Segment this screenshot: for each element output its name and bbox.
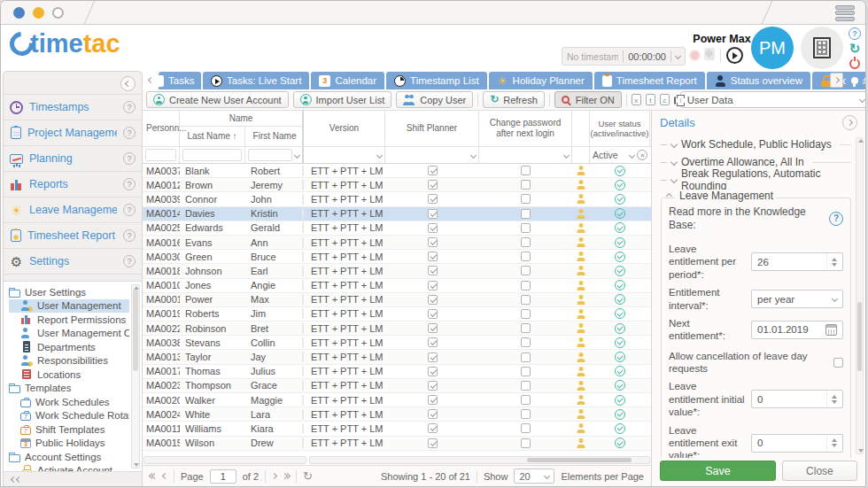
help-icon[interactable] bbox=[123, 127, 136, 139]
tree-item[interactable]: Locations bbox=[9, 368, 129, 382]
first-page-button[interactable] bbox=[150, 474, 157, 478]
tree-item[interactable]: Responsibilities bbox=[9, 354, 129, 368]
help-icon[interactable] bbox=[123, 152, 136, 165]
change-password-checkbox[interactable] bbox=[521, 281, 531, 290]
tab[interactable]: Calendar bbox=[311, 72, 384, 89]
save-button[interactable]: Save bbox=[660, 461, 776, 481]
tabs-scroll-right-button[interactable] bbox=[830, 73, 843, 88]
export-txt-icon[interactable] bbox=[646, 94, 655, 105]
help-icon[interactable] bbox=[123, 229, 136, 242]
per-period-input[interactable]: 26 bbox=[751, 252, 843, 271]
sidebar-nav-item[interactable]: Timestamps bbox=[4, 95, 142, 120]
change-password-checkbox[interactable] bbox=[521, 438, 531, 448]
shift-planner-checkbox[interactable] bbox=[428, 223, 438, 233]
column-last-name[interactable]: Last Name ↑ bbox=[180, 127, 245, 146]
help-icon[interactable] bbox=[123, 255, 136, 267]
shift-planner-checkbox[interactable] bbox=[428, 209, 438, 219]
shift-planner-checkbox[interactable] bbox=[428, 409, 438, 419]
table-row[interactable]: MA0024 White Lara ETT + PTT + LM bbox=[143, 407, 651, 422]
next-entitlement-date-input[interactable]: 01.01.2019 bbox=[751, 321, 843, 339]
sidebar-nav-item[interactable]: Project Management bbox=[4, 120, 142, 146]
change-password-checkbox[interactable] bbox=[521, 409, 531, 419]
table-row[interactable]: MA0001 Power Max ETT + PTT + LM bbox=[143, 293, 651, 307]
personnel-filter[interactable] bbox=[143, 147, 180, 163]
export-csv-icon[interactable] bbox=[660, 94, 670, 105]
column-personnel[interactable]: Personn... bbox=[143, 111, 180, 146]
change-password-checkbox[interactable] bbox=[521, 209, 531, 219]
spinner-buttons[interactable] bbox=[826, 253, 837, 270]
reload-table-icon[interactable] bbox=[303, 469, 313, 483]
sidebar-nav-item[interactable]: Timesheet Report bbox=[4, 223, 142, 249]
sidebar-nav-item[interactable]: Settings bbox=[4, 249, 142, 275]
details-expand-button[interactable] bbox=[842, 115, 857, 130]
organization-avatar[interactable] bbox=[801, 27, 843, 69]
details-section-header[interactable]: Work Schedule, Public Holidays bbox=[661, 136, 851, 153]
tree-item[interactable]: Public Holidays bbox=[9, 437, 129, 451]
view-select[interactable]: User Data bbox=[680, 91, 866, 108]
last-page-button[interactable] bbox=[283, 474, 290, 478]
sidebar-nav-item[interactable]: Leave Management bbox=[4, 198, 142, 223]
print-icon[interactable] bbox=[674, 97, 676, 105]
tree-item[interactable]: Work Schedules bbox=[9, 395, 129, 409]
right-pane-scrollbar[interactable] bbox=[309, 456, 650, 464]
change-password-checkbox[interactable] bbox=[521, 395, 531, 405]
change-password-checkbox[interactable] bbox=[521, 223, 531, 233]
tree-item[interactable]: Activate Account bbox=[9, 464, 129, 472]
change-password-checkbox[interactable] bbox=[521, 367, 531, 376]
tips-button[interactable] bbox=[846, 72, 863, 89]
table-row[interactable]: MA0018 Johnson Earl ETT + PTT + LM bbox=[143, 264, 651, 278]
help-icon[interactable] bbox=[123, 178, 136, 190]
tabs-scroll-left-button[interactable] bbox=[145, 74, 157, 88]
exit-value-input[interactable]: 0 bbox=[751, 434, 843, 453]
shift-planner-checkbox[interactable] bbox=[428, 438, 438, 448]
details-section-header[interactable]: Break Regulations, Automatic Rounding bbox=[661, 171, 851, 189]
change-password-checkbox[interactable] bbox=[521, 352, 531, 362]
column-shift-planner[interactable]: Shift Planner bbox=[385, 111, 479, 146]
refresh-icon[interactable] bbox=[849, 42, 861, 55]
clear-filter-icon[interactable] bbox=[637, 150, 647, 160]
status-filter[interactable]: Active bbox=[590, 147, 650, 163]
tree-item[interactable]: Templates bbox=[9, 382, 129, 396]
spinner-buttons[interactable] bbox=[826, 391, 837, 407]
table-row[interactable]: MA0010 Jones Angie ETT + PTT + LM bbox=[143, 279, 651, 293]
tab[interactable]: Tasks bbox=[159, 72, 201, 89]
tree-scrollbar[interactable] bbox=[131, 284, 140, 469]
shift-planner-checkbox[interactable] bbox=[428, 423, 438, 433]
table-row[interactable]: MA0037 Blank Robert ETT + PTT + LM bbox=[143, 164, 651, 178]
table-row[interactable]: MA0013 Taylor Jay ETT + PTT + LM bbox=[143, 350, 651, 364]
sidebar-collapse-button[interactable] bbox=[120, 76, 136, 91]
table-row[interactable]: MA0011 Williams Kiara ETT + PTT + LM bbox=[143, 422, 651, 436]
change-password-checkbox[interactable] bbox=[521, 237, 531, 247]
create-user-button[interactable]: Create New User Account bbox=[146, 91, 289, 108]
change-password-checkbox[interactable] bbox=[521, 381, 531, 391]
calendar-icon[interactable] bbox=[825, 324, 837, 336]
column-change-password[interactable]: Change password after next login bbox=[479, 111, 572, 146]
details-scrollbar[interactable] bbox=[856, 137, 864, 454]
table-row[interactable]: MA0015 Wilson Drew ETT + PTT + LM bbox=[143, 437, 651, 451]
shift-planner-checkbox[interactable] bbox=[428, 323, 438, 333]
change-password-checkbox[interactable] bbox=[521, 180, 531, 190]
tree-item[interactable]: User Management Changelog bbox=[9, 327, 129, 341]
column-user-icon[interactable] bbox=[572, 111, 590, 146]
refresh-button[interactable]: Refresh bbox=[483, 91, 545, 108]
spinner-buttons[interactable] bbox=[826, 435, 837, 452]
stop-timestamp-icon[interactable] bbox=[689, 50, 701, 61]
table-row[interactable]: MA0030 Green Bruce ETT + PTT + LM bbox=[143, 250, 651, 264]
import-user-list-button[interactable]: Import User List bbox=[293, 91, 392, 108]
table-row[interactable]: MA0019 Roberts Jim ETT + PTT + LM bbox=[143, 307, 651, 321]
help-icon[interactable] bbox=[123, 204, 136, 216]
tab[interactable]: Tasks: Live Start bbox=[203, 72, 309, 89]
knowledge-base-help-icon[interactable] bbox=[829, 212, 843, 226]
change-password-checkbox[interactable] bbox=[521, 295, 531, 305]
change-password-checkbox[interactable] bbox=[521, 252, 531, 261]
initial-value-input[interactable]: 0 bbox=[751, 390, 843, 408]
tab[interactable]: Holiday Planner bbox=[489, 72, 593, 89]
tree-item[interactable]: User Settings bbox=[9, 285, 129, 299]
tree-item[interactable]: Work Schedule Rotations bbox=[9, 409, 129, 423]
next-page-button[interactable] bbox=[272, 474, 276, 478]
page-input[interactable] bbox=[210, 469, 236, 484]
shift-planner-checkbox[interactable] bbox=[428, 381, 438, 391]
table-row[interactable]: MA0017 Thomas Julius ETT + PTT + LM bbox=[143, 365, 651, 379]
hamburger-menu-icon[interactable] bbox=[835, 4, 855, 22]
tree-item[interactable]: User Management bbox=[9, 299, 129, 314]
